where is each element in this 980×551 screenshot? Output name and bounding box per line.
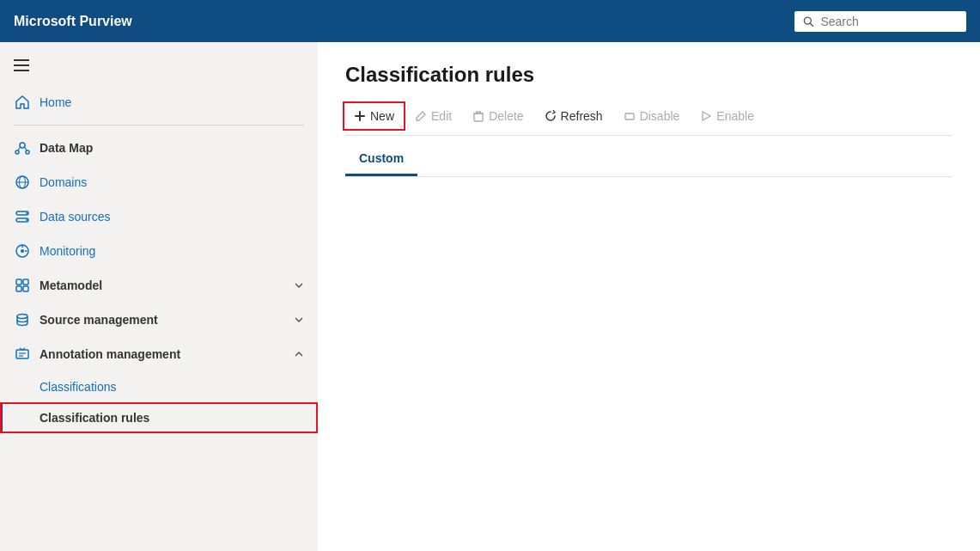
new-button-label: New: [370, 109, 394, 123]
delete-button-label: Delete: [489, 109, 523, 123]
tabs-bar: Custom: [345, 143, 953, 177]
refresh-button-label: Refresh: [561, 109, 603, 123]
svg-point-13: [26, 219, 27, 221]
refresh-icon: [545, 110, 557, 122]
svg-point-22: [17, 315, 27, 319]
svg-rect-28: [474, 113, 483, 121]
svg-rect-18: [16, 279, 21, 285]
domains-icon: [14, 174, 31, 191]
page-title: Classification rules: [345, 63, 953, 87]
monitoring-icon: [14, 242, 31, 260]
svg-point-3: [15, 150, 19, 154]
hamburger-icon: [14, 59, 29, 71]
main-layout: Home Data Map: [0, 42, 980, 551]
app-title: Microsoft Purview: [14, 14, 132, 29]
svg-marker-34: [703, 112, 710, 120]
edit-icon: [415, 110, 427, 122]
search-input[interactable]: [820, 15, 958, 28]
enable-button-label: Enable: [716, 109, 754, 123]
refresh-button[interactable]: Refresh: [536, 104, 612, 128]
sidebar-item-data-map-label: Data Map: [40, 141, 304, 155]
sidebar-item-metamodel[interactable]: Metamodel: [0, 268, 318, 303]
sidebar-item-source-management[interactable]: Source management: [0, 303, 318, 337]
tab-custom[interactable]: Custom: [345, 143, 417, 176]
source-mgmt-icon: [14, 311, 31, 328]
sidebar-item-home[interactable]: Home: [0, 85, 318, 119]
app-header: Microsoft Purview: [0, 0, 980, 42]
svg-point-15: [21, 249, 24, 253]
svg-point-12: [26, 212, 27, 214]
chevron-down-icon: [294, 280, 304, 291]
nav-divider: [14, 125, 304, 126]
hamburger-button[interactable]: [0, 52, 318, 78]
disable-button[interactable]: Disable: [615, 104, 689, 128]
sidebar-item-annotation-management-label: Annotation management: [40, 347, 285, 361]
chevron-up-icon: [294, 349, 304, 359]
delete-icon: [472, 110, 484, 122]
metamodel-icon: [14, 277, 31, 294]
data-map-icon: [14, 139, 31, 156]
sidebar-item-metamodel-label: Metamodel: [40, 279, 285, 292]
sidebar-item-data-sources-label: Data sources: [40, 210, 110, 223]
new-button[interactable]: New: [345, 104, 403, 128]
sidebar-item-source-management-label: Source management: [40, 313, 285, 327]
sidebar-item-annotation-management[interactable]: Annotation management: [0, 337, 318, 371]
toolbar: New Edit Delete: [345, 104, 953, 136]
content-inner: Classification rules New Edit: [318, 42, 980, 551]
sidebar-sub-item-classification-rules-label: Classification rules: [40, 411, 149, 425]
svg-line-1: [810, 23, 813, 26]
content-area: Classification rules New Edit: [318, 42, 980, 551]
search-box[interactable]: [794, 11, 966, 32]
tab-custom-label: Custom: [359, 151, 404, 165]
disable-icon: [624, 110, 636, 122]
svg-rect-19: [23, 279, 28, 285]
sidebar-sub-item-classification-rules[interactable]: Classification rules: [0, 402, 318, 433]
svg-rect-21: [23, 286, 28, 291]
svg-rect-23: [16, 350, 28, 358]
svg-point-4: [26, 150, 29, 154]
sidebar-sub-item-classifications[interactable]: Classifications: [0, 371, 318, 402]
enable-button[interactable]: Enable: [691, 104, 763, 128]
home-icon: [14, 94, 31, 111]
disable-button-label: Disable: [640, 109, 680, 123]
edit-button-label: Edit: [431, 109, 452, 123]
enable-icon: [700, 110, 712, 122]
svg-line-5: [18, 147, 21, 150]
delete-button[interactable]: Delete: [464, 104, 532, 128]
svg-rect-33: [625, 113, 634, 119]
sidebar-item-home-label: Home: [40, 95, 71, 109]
chevron-down-icon-2: [294, 315, 304, 325]
sidebar: Home Data Map: [0, 42, 318, 551]
annotation-icon: [14, 346, 31, 363]
data-sources-icon: [14, 208, 31, 225]
sidebar-item-data-map[interactable]: Data Map: [0, 131, 318, 165]
sidebar-item-data-sources[interactable]: Data sources: [0, 199, 318, 234]
sidebar-item-monitoring-label: Monitoring: [40, 244, 95, 258]
svg-line-6: [25, 147, 27, 150]
sidebar-item-domains[interactable]: Domains: [0, 165, 318, 199]
svg-point-2: [20, 143, 25, 148]
sidebar-item-domains-label: Domains: [40, 175, 87, 189]
edit-button[interactable]: Edit: [406, 104, 460, 128]
svg-rect-20: [16, 286, 21, 291]
sidebar-item-monitoring[interactable]: Monitoring: [0, 234, 318, 268]
search-icon: [803, 15, 813, 28]
sidebar-sub-item-classifications-label: Classifications: [40, 380, 116, 394]
plus-icon: [354, 110, 366, 122]
